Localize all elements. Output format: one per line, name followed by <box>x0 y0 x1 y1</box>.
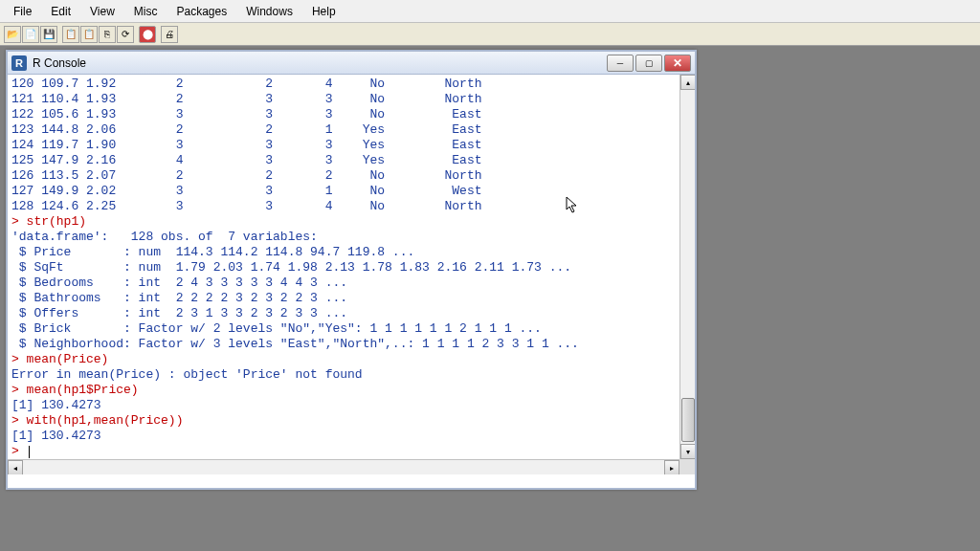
copy-paste-button[interactable]: ⎘ <box>99 26 116 43</box>
scroll-corner <box>679 459 695 474</box>
menu-help[interactable]: Help <box>302 2 345 21</box>
console-output[interactable]: 120 109.7 1.92 2 2 4 No North 121 110.4 … <box>8 75 695 459</box>
scroll-down-button[interactable]: ▾ <box>680 444 695 459</box>
menu-edit[interactable]: Edit <box>41 2 80 21</box>
mdi-area: R R Console ─ ▢ ✕ 120 109.7 1.92 2 2 4 N… <box>0 46 980 551</box>
title-bar[interactable]: R R Console ─ ▢ ✕ <box>8 52 695 75</box>
save-button[interactable]: 💾 <box>40 26 57 43</box>
maximize-button[interactable]: ▢ <box>635 55 662 72</box>
open-button[interactable]: 📂 <box>4 26 21 43</box>
toolbar: 📂 📄 💾 📋 📋 ⎘ ⟳ ⬤ 🖨 <box>0 23 980 46</box>
menu-windows[interactable]: Windows <box>236 2 302 21</box>
print-button[interactable]: 🖨 <box>161 26 178 43</box>
window-title: R Console <box>33 56 605 70</box>
menubar: File Edit View Misc Packages Windows Hel… <box>0 0 980 23</box>
horizontal-scrollbar[interactable]: ◂ ▸ <box>8 459 679 474</box>
copy-button[interactable]: 📋 <box>62 26 79 43</box>
scroll-right-button[interactable]: ▸ <box>664 460 679 474</box>
scroll-up-button[interactable]: ▴ <box>680 75 695 90</box>
menu-view[interactable]: View <box>80 2 124 21</box>
console-window: R R Console ─ ▢ ✕ 120 109.7 1.92 2 2 4 N… <box>6 50 697 490</box>
r-icon: R <box>11 55 27 71</box>
close-button[interactable]: ✕ <box>664 55 691 72</box>
stop-button[interactable]: ⬤ <box>139 26 156 43</box>
menu-packages[interactable]: Packages <box>167 2 237 21</box>
menu-file[interactable]: File <box>4 2 41 21</box>
vertical-scrollbar[interactable]: ▴ ▾ <box>679 75 695 459</box>
scroll-thumb-v[interactable] <box>681 398 695 442</box>
console-body: 120 109.7 1.92 2 2 4 No North 121 110.4 … <box>8 75 695 474</box>
scroll-left-button[interactable]: ◂ <box>8 460 23 474</box>
minimize-button[interactable]: ─ <box>607 55 634 72</box>
paste-button[interactable]: 📋 <box>80 26 98 43</box>
menu-misc[interactable]: Misc <box>124 2 167 21</box>
refresh-button[interactable]: ⟳ <box>117 26 134 43</box>
load-button[interactable]: 📄 <box>22 26 39 43</box>
